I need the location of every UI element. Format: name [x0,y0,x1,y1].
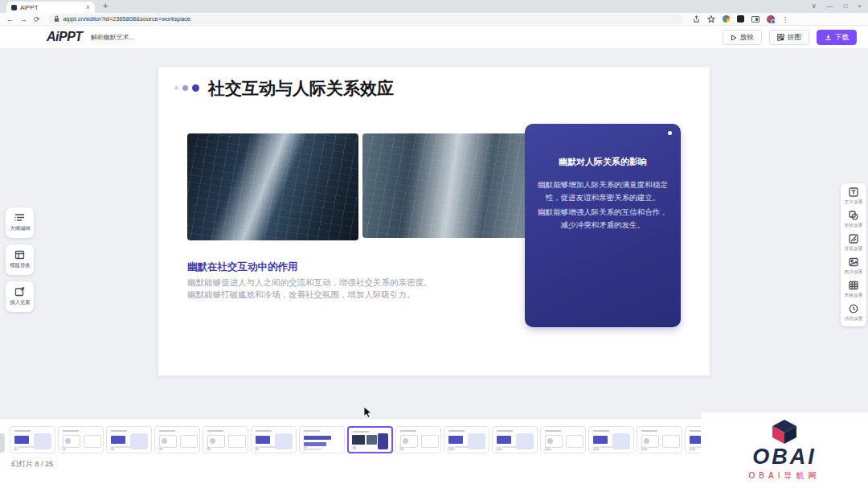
slide-thumbnail-1[interactable]: 1 [10,426,55,453]
background-settings-button[interactable]: 背景设置 [841,234,866,252]
slide-thumbnail-14[interactable]: 14 [637,426,682,453]
browser-menu-icon[interactable]: ⋮ [782,15,789,23]
browser-url-bar: ← → ⟳ aippt.cn/editor?id=2365808&source=… [0,13,868,26]
play-icon [731,35,737,41]
puzzle-button[interactable]: 拼图 [769,30,809,45]
text-icon [849,187,858,197]
slide-canvas[interactable]: 社交互动与人际关系效应 幽默对人际关系的影响 幽默能够增加人际关系的满意度和稳定… [158,66,710,376]
obai-logo-text: OBAI [752,446,817,468]
reload-icon[interactable]: ⟳ [34,15,40,23]
tab-title: AiPPT [20,4,83,11]
image-icon [849,257,858,267]
info-card[interactable]: 幽默对人际关系的影响 幽默能够增加人际关系的满意度和稳定性，促进友谊和亲密关系的… [525,124,681,327]
slide-thumbnail-9[interactable]: 9 [395,426,441,453]
obai-cube-icon [770,419,799,445]
present-label: 放映 [740,33,754,43]
slide-thumbnail-12[interactable]: 12 [540,426,586,453]
image-settings-button[interactable]: 图片设置 [841,257,866,276]
mouse-cursor [363,406,373,419]
outline-edit-label: 大纲编辑 [10,225,30,232]
card-body: 幽默能够增加人际关系的满意度和稳定性，促进友谊和亲密关系的建立。 幽默能够增强人… [535,178,670,232]
forward-icon[interactable]: → [20,15,27,23]
slide-thumbnail-4[interactable]: 4 [154,426,200,453]
insert-icon [14,287,25,297]
dot-medium [182,85,188,91]
share-icon[interactable] [693,15,700,23]
slide-thumbnail-11[interactable]: 11 [492,426,538,453]
table-settings-button[interactable]: 表格设置 [841,281,866,299]
text-settings-button[interactable]: 文字设置 [841,187,866,206]
back-icon[interactable]: ← [6,15,14,23]
download-label: 下载 [835,33,849,43]
slide-thumbnail-8[interactable]: 8 [347,426,393,453]
toolbar-actions: 放映 拼图 下载 [723,30,857,45]
slide-thumbnail-7[interactable]: 7 [299,426,345,453]
slide-thumbnail-5[interactable]: 5 [203,426,248,453]
document-title[interactable]: 解析幽默艺术... [91,33,135,42]
profile-avatar[interactable] [767,15,775,23]
animation-settings-button[interactable]: 动画设置 [841,304,866,322]
section-line2[interactable]: 幽默能够打破尴尬和冷场，改善社交氛围，增加人际吸引力。 [187,289,416,301]
slide-thumbnail-3[interactable]: 3 [106,426,152,453]
tab-close-icon[interactable]: × [86,4,90,11]
clock-icon [849,304,858,314]
card-corner-dot [668,131,672,135]
building-photo-right[interactable] [362,133,533,238]
slide-thumbnail-2[interactable]: 2 [58,426,104,453]
filmstrip-scroll-left[interactable] [0,433,5,453]
shape-settings-label: 形状设置 [845,222,863,228]
window-chevron-icon[interactable]: ∨ [812,3,817,10]
card-body-line2: 幽默能够增强人际关系的互信和合作，减少冲突和矛盾的发生。 [535,206,670,232]
dot-large [192,84,199,92]
new-tab-button[interactable]: + [103,1,108,10]
screen: AiPPT × + ∨ — □ × ← → ⟳ aippt.cn/editor?… [0,0,868,488]
browser-action-icons: ⋮ [693,15,789,23]
insert-element-button[interactable]: 插入元素 [6,281,34,312]
section-line1[interactable]: 幽默能够促进人与人之间的交流和互动，增强社交关系的亲密度。 [187,277,432,289]
window-minimize-icon[interactable]: — [826,3,833,10]
table-settings-label: 表格设置 [845,292,863,298]
split-screen-icon[interactable] [751,16,760,23]
template-replace-label: 模版替换 [10,262,30,269]
address-input[interactable]: aippt.cn/editor?id=2365808&source=worksp… [48,14,683,24]
puzzle-label: 拼图 [788,33,801,43]
slide-thumbnail-6[interactable]: 6 [251,426,297,453]
window-close-icon[interactable]: × [858,3,862,10]
animation-settings-label: 动画设置 [845,315,863,322]
extension-color-icon[interactable] [723,15,730,23]
dot-small [174,86,178,90]
lock-icon [54,15,59,23]
card-title: 幽默对人际关系的影响 [525,156,681,168]
editor-canvas: 大纲编辑 模版替换 插入元素 文字设置 [0,49,868,418]
bookmark-star-icon[interactable] [707,15,715,23]
obai-subtitle: OBAI导航网 [749,470,821,482]
slide-counter: 幻灯片 8 / 25 [11,459,53,470]
background-icon [849,234,858,244]
section-heading[interactable]: 幽默在社交互动中的作用 [187,260,298,274]
slide-title[interactable]: 社交互动与人际关系效应 [208,77,394,100]
shape-settings-button[interactable]: 形状设置 [841,211,866,229]
download-icon [825,34,832,41]
present-button[interactable]: 放映 [723,30,762,45]
slide-thumbnail-13[interactable]: 13 [588,426,634,453]
window-maximize-icon[interactable]: □ [843,3,847,10]
outline-edit-button[interactable]: 大纲编辑 [6,207,34,238]
browser-tab[interactable]: AiPPT × [6,2,95,13]
slide-thumbnail-10[interactable]: 10 [444,426,489,453]
window-controls: ∨ — □ × [812,0,862,13]
aippt-logo: AiPPT [47,30,83,44]
template-replace-button[interactable]: 模版替换 [6,244,34,275]
card-body-line1: 幽默能够增加人际关系的满意度和稳定性，促进友谊和亲密关系的建立。 [535,178,670,204]
obai-watermark: OBAI OBAI导航网 [701,412,868,488]
building-photo-left[interactable] [187,133,358,240]
filmstrip-thumbnails: 123456789101112131415 [10,426,731,453]
right-tool-panel: 文字设置 形状设置 背景设置 图片设置 [841,183,866,326]
background-settings-label: 背景设置 [845,245,863,252]
title-decoration-dots [174,84,199,92]
download-button[interactable]: 下载 [817,30,857,45]
table-icon [849,281,858,290]
text-settings-label: 文字设置 [845,199,863,205]
outline-icon [14,213,25,223]
puzzle-icon [777,34,784,41]
extension-dark-icon[interactable] [737,15,744,23]
